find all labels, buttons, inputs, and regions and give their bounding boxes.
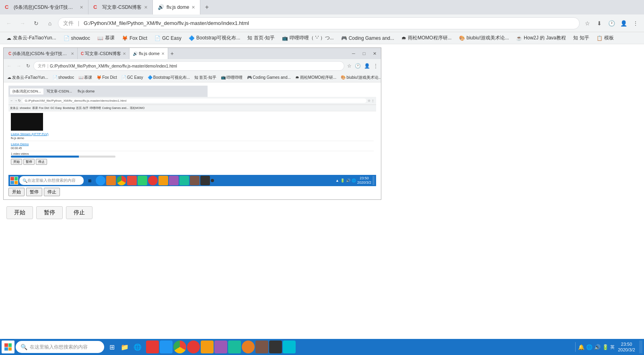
inner-profile-button[interactable]: 👤 [363,62,371,70]
inner-star-button[interactable]: ☆ [346,62,353,70]
tab-flv-close[interactable]: ✕ [191,5,195,10]
tab-csdn-close[interactable]: ✕ [80,5,83,10]
inner-refresh-button[interactable]: ↻ [25,62,32,70]
bm-showdoc[interactable]: 📄showdoc [60,35,93,42]
bm-fatiao[interactable]: ☁发条云-FaTiaoYun... [3,34,60,42]
inner-app-7[interactable] [190,176,200,185]
inner-app-chrome[interactable] [117,176,126,185]
bm-gceasy[interactable]: 📄GC Easy [151,35,185,42]
tab-write-close[interactable]: ✕ [144,5,148,10]
inner-tab-write-close[interactable]: ✕ [123,51,126,56]
outer-start-menu-button[interactable] [2,341,14,353]
inner-tb-task-view[interactable]: ⊞ [86,177,93,184]
inner-taskbar-search[interactable]: 🔍 在这里输入你想搜索的内容 [19,176,84,185]
inner-app-file[interactable] [106,176,116,185]
outer-start-button[interactable]: 开始 [6,206,33,219]
outer-tb-taskview[interactable]: ⊞ [106,341,117,353]
inner-bm-coding-games[interactable]: 🎮 Coding Games and... [245,75,293,80]
refresh-button[interactable]: ↻ [31,18,42,29]
tab-csdn[interactable]: C (6条消息)CSDN-专业IT技术社区 ✕ [0,0,88,14]
inner-minimize-button[interactable]: ─ [349,49,358,58]
outer-app-7[interactable] [242,341,255,353]
outer-tb-edge[interactable]: 🌐 [132,341,143,353]
inner-start-button-page[interactable]: 开始 [8,188,25,196]
bm-zhihu-home[interactable]: 知首页-知乎 [244,34,278,42]
inner-tab-csdn[interactable]: C (6条消息)CSDN-专业IT技术社区 ✕ [5,48,78,59]
history-button[interactable]: 🕐 [606,18,617,29]
outer-app-8[interactable] [255,341,268,353]
forward-button[interactable]: → [17,18,28,29]
tab-write[interactable]: C 写文章-CSDN博客 ✕ [88,0,153,14]
bm-template[interactable]: 📋模板 [593,34,617,42]
bm-bootstrap[interactable]: 🔷Bootstrap可视化布... [185,34,243,42]
inner-bm-3[interactable]: 🦊 Fox Dict [95,75,119,80]
inner-stop-button-page[interactable]: 停止 [44,188,60,196]
star-button[interactable]: ☆ [582,18,593,29]
inner-app-8[interactable] [200,176,210,185]
inner-app-5[interactable] [169,176,179,185]
inner-bm-4[interactable]: 📄 GC Easy [119,75,145,80]
inner-maximize-button[interactable]: □ [359,49,369,58]
outer-app-2[interactable] [160,341,173,353]
outer-systray-ime[interactable]: 英 [610,344,615,350]
inner-bm-5[interactable]: 🔷 Bootstrap可视化布... [146,74,192,81]
inner-forward-button[interactable]: → [15,62,23,70]
bm-zhihu[interactable]: 知知乎 [570,34,593,42]
inner-app-6[interactable] [179,176,189,185]
tab-flv[interactable]: 🔊 flv.js dome ✕ [153,0,200,14]
deepnest-stop-btn[interactable]: 停止 [36,159,47,165]
outer-app-10[interactable] [283,341,296,353]
profile-button[interactable]: 👤 [618,18,629,29]
inner-menu-button[interactable]: ⋮ [372,62,379,70]
bm-bilibili[interactable]: 📺哔哩哔哩（ '-' ）つ... [279,34,337,42]
inner-pause-button-page[interactable]: 暂停 [26,188,42,196]
outer-systray-battery[interactable]: 🔋 [602,344,609,350]
inner-tab-flv-close[interactable]: ✕ [161,51,165,56]
inner-tab-csdn-close[interactable]: ✕ [71,51,74,56]
menu-button[interactable]: ⋮ [630,18,641,29]
outer-app-chrome[interactable] [173,341,186,353]
outer-app-3[interactable] [187,341,200,353]
inner-bm-10[interactable]: 🎨 biubiu!游戏美术论... [339,74,381,81]
outer-systray-notification[interactable]: 🔔 [578,344,584,350]
address-input[interactable]: 文件 ｜ G:/Python/XM_file/Python_XM/flv_dem… [58,17,580,29]
outer-tb-fileexp[interactable]: 📁 [119,341,130,353]
deepnest-pause-btn[interactable]: 暂停 [23,159,35,165]
bm-foxdict[interactable]: 🦊Fox Dict [119,35,150,42]
deepnest-start-btn[interactable]: 开始 [11,159,22,165]
inner-app-2[interactable] [138,176,147,185]
inner-show-desktop[interactable] [372,176,374,185]
inner-bm-7[interactable]: 📺 哔哩哔哩 [219,74,245,81]
outer-app-5[interactable] [214,341,227,353]
inner-address-input[interactable]: 文件｜ G:/Python/XM_file/Python_XM/flv_demo… [33,61,344,71]
inner-bm-2[interactable]: 📖 慕课 [76,74,94,81]
outer-app-4[interactable] [201,341,214,353]
outer-app-6[interactable] [228,341,241,353]
inner-bm-0[interactable]: ☁ 发条云-FaTiaoYun... [5,74,50,81]
inner-back-button[interactable]: ← [5,62,13,70]
inner-history-button[interactable]: 🕐 [354,62,362,70]
bm-mooc[interactable]: 📖慕课 [94,34,118,42]
bm-how2j[interactable]: ☕How2J 的 Java教程 [513,34,569,42]
bm-biubiu[interactable]: 🎨biubiu!游戏美术论... [456,34,512,42]
outer-pause-button[interactable]: 暂停 [36,206,63,219]
outer-taskbar-search[interactable]: 🔍 在这里输入你想搜索的内容 [16,341,104,353]
home-button[interactable]: ⌂ [44,18,56,29]
bm-coding-games[interactable]: 🎮Coding Games and... [338,35,397,42]
inner-app-ie[interactable] [96,176,105,185]
bm-yusong[interactable]: 🌧雨松MOMO程序研... [398,34,455,42]
outer-taskbar-clock[interactable]: 23:50 2020/3/2 [616,341,637,353]
download-button[interactable]: ⬇ [594,18,605,29]
inner-tab-write[interactable]: C 写文章-CSDN博客 ✕ [78,48,130,59]
new-tab-button[interactable]: + [200,0,213,14]
inner-app-1[interactable] [127,176,137,185]
inner-bm-9[interactable]: 🌧 雨松MOMO程序研... [293,74,339,81]
inner-clock[interactable]: 23:50 2020/3/2 [357,176,371,185]
outer-systray-volume[interactable]: 🔊 [594,344,601,350]
outer-show-desktop-button[interactable] [639,341,642,353]
inner-tab-flv[interactable]: 🔊 flv.js dome ✕ [130,48,168,59]
outer-app-1[interactable] [146,341,159,353]
inner-bm-1[interactable]: 📄 showdoc [51,75,76,80]
inner-app-4[interactable] [158,176,168,185]
back-button[interactable]: ← [3,18,14,29]
